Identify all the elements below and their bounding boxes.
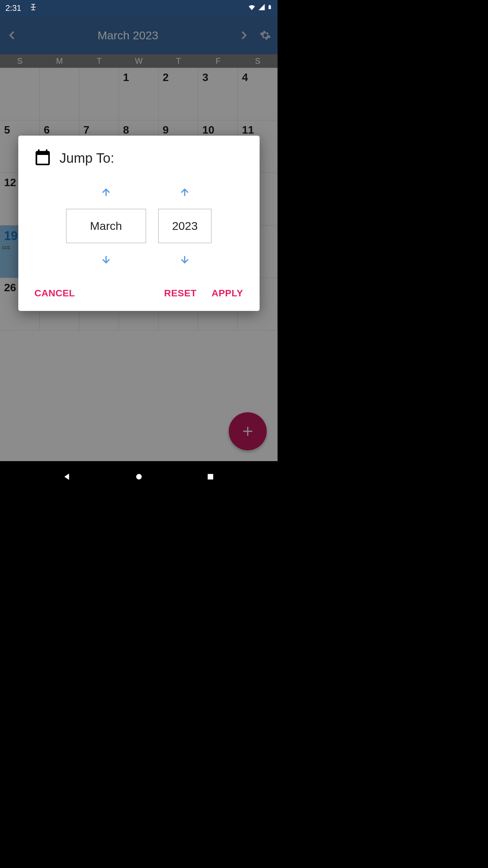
svg-rect-3 bbox=[208, 474, 213, 479]
month-up-button[interactable] bbox=[98, 182, 114, 203]
year-down-button[interactable] bbox=[177, 249, 193, 270]
svg-point-2 bbox=[136, 474, 141, 479]
nav-back-button[interactable] bbox=[62, 472, 72, 483]
dialog-header: Jump To: bbox=[33, 148, 245, 168]
status-right bbox=[248, 3, 272, 13]
jump-to-dialog: Jump To: March 2023 bbox=[18, 136, 260, 311]
svg-rect-1 bbox=[269, 5, 270, 6]
dialog-right-actions: RESET APPLY bbox=[163, 284, 244, 303]
picker-row: March 2023 bbox=[33, 182, 245, 270]
calendar-icon bbox=[33, 148, 52, 168]
svg-rect-0 bbox=[269, 5, 271, 9]
signal-icon bbox=[258, 3, 265, 13]
status-app-icon bbox=[29, 3, 37, 13]
cancel-button[interactable]: CANCEL bbox=[33, 284, 77, 303]
status-time: 2:31 bbox=[5, 3, 21, 13]
year-picker: 2023 bbox=[158, 182, 212, 270]
apply-button[interactable]: APPLY bbox=[210, 284, 244, 303]
reset-button[interactable]: RESET bbox=[163, 284, 198, 303]
nav-recent-button[interactable] bbox=[206, 472, 215, 483]
system-nav-bar bbox=[0, 461, 278, 494]
year-value[interactable]: 2023 bbox=[158, 209, 212, 243]
month-down-button[interactable] bbox=[98, 249, 114, 270]
month-value[interactable]: March bbox=[66, 209, 146, 243]
year-up-button[interactable] bbox=[177, 182, 193, 203]
month-picker: March bbox=[66, 182, 146, 270]
screen-root: 2:31 March 2023 bbox=[0, 0, 278, 494]
dialog-actions: CANCEL RESET APPLY bbox=[33, 284, 245, 303]
nav-home-button[interactable] bbox=[134, 472, 144, 483]
battery-icon bbox=[267, 3, 272, 13]
dialog-title: Jump To: bbox=[60, 151, 115, 166]
wifi-icon bbox=[248, 3, 256, 13]
status-left: 2:31 bbox=[5, 3, 37, 13]
status-bar: 2:31 bbox=[0, 0, 278, 16]
